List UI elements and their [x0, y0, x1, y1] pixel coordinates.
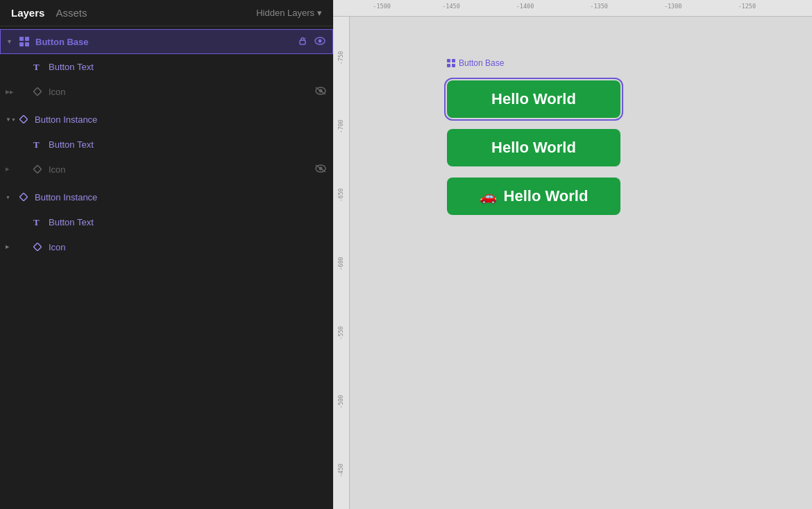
- svg-rect-17: [19, 193, 27, 200]
- layer-name-button-instance-1: Button Instance: [35, 114, 328, 125]
- diamond-instance-icon-1: [17, 115, 31, 123]
- text-icon-2: T: [31, 139, 44, 149]
- canvas-button-1[interactable]: Hello World: [447, 80, 620, 118]
- layer-icon-2-actions: [314, 163, 328, 176]
- eye-slash-icon[interactable]: [314, 85, 328, 98]
- diamond-icon-2: [31, 165, 44, 173]
- svg-rect-19: [33, 243, 41, 250]
- ruler-top: -1500 -1450 -1400 -1350 -1300 -1250: [333, 0, 812, 17]
- canvas-button-1-text: Hello World: [491, 90, 576, 108]
- layer-icon-1[interactable]: ▶ Icon: [0, 79, 333, 104]
- ruler-mark-4: -1350: [590, 3, 608, 10]
- canvas-area: -1500 -1450 -1400 -1350 -1300 -1250 -750…: [333, 0, 812, 509]
- text-icon: T: [31, 62, 44, 71]
- car-icon: 🚗: [480, 188, 497, 205]
- component-icon-canvas: [447, 59, 455, 67]
- ruler-mark-1: -1500: [373, 3, 391, 10]
- component-icon: [17, 37, 31, 46]
- svg-rect-23: [452, 64, 455, 67]
- svg-line-5: [305, 38, 305, 39]
- tab-assets[interactable]: Assets: [56, 7, 87, 19]
- chevron-down-icon-inst1: ▼: [6, 117, 17, 123]
- ruler-left-mark-3: -650: [338, 186, 344, 202]
- canvas-button-3-text: Hello World: [504, 187, 589, 205]
- eye-icon[interactable]: [313, 35, 327, 49]
- canvas-inner: Button Base Hello World Hello World 🚗 He…: [350, 17, 812, 509]
- svg-point-7: [319, 39, 322, 42]
- layer-name-icon-2: Icon: [49, 164, 314, 175]
- layer-button-text-3[interactable]: T Button Text: [0, 209, 333, 234]
- ruler-mark-6: -1250: [738, 3, 756, 10]
- chevron-down-icon: ▼: [6, 38, 17, 45]
- svg-rect-12: [19, 115, 27, 123]
- ruler-left-mark-4: -600: [338, 254, 344, 270]
- svg-rect-20: [447, 59, 450, 62]
- hidden-layers-button[interactable]: Hidden Layers ▾: [256, 8, 322, 18]
- layer-name-button-base: Button Base: [35, 37, 296, 47]
- svg-rect-21: [452, 59, 455, 62]
- panel-header: Layers Assets Hidden Layers ▾: [0, 0, 333, 26]
- layer-button-base[interactable]: ▼ Button Base: [0, 29, 333, 54]
- eye-slash-icon-2[interactable]: [314, 163, 328, 176]
- ruler-left-mark-6: -500: [338, 392, 344, 408]
- layer-button-instance-2[interactable]: ▼ Button Instance: [0, 184, 333, 209]
- layers-list: ▼ Button Base: [0, 26, 333, 509]
- layer-icon-1-actions: [314, 85, 328, 98]
- svg-point-11: [319, 89, 323, 92]
- layer-button-text-2[interactable]: T Button Text: [0, 132, 333, 157]
- layers-panel: Layers Assets Hidden Layers ▾ ▼ Button B…: [0, 0, 333, 509]
- diamond-icon-3: [31, 243, 44, 251]
- canvas-buttons-group: Button Base Hello World Hello World 🚗 He…: [447, 58, 620, 215]
- layer-icon-3[interactable]: ▶ Icon: [0, 234, 333, 259]
- layer-name-icon-1: Icon: [49, 87, 314, 97]
- svg-point-16: [319, 166, 323, 170]
- chevron-right-icon-2: ▶: [6, 166, 17, 172]
- layer-name-button-text-2: Button Text: [49, 139, 328, 150]
- layer-name-button-text-1: Button Text: [49, 62, 328, 72]
- diamond-icon: [31, 87, 44, 96]
- svg-text:T: T: [33, 139, 40, 149]
- layer-name-button-instance-2: Button Instance: [35, 192, 328, 202]
- svg-text:T: T: [33, 217, 40, 227]
- canvas-component-label: Button Base: [459, 58, 504, 68]
- chevron-right-icon: ▶: [6, 89, 17, 95]
- canvas-button-3[interactable]: 🚗 Hello World: [447, 178, 620, 215]
- svg-rect-14: [33, 165, 41, 173]
- ruler-mark-3: -1400: [516, 3, 534, 10]
- svg-rect-3: [25, 42, 29, 46]
- layer-name-button-text-3: Button Text: [49, 217, 328, 227]
- ruler-left-mark-2: -700: [338, 117, 344, 133]
- layer-actions-button-base: [296, 35, 327, 49]
- chevron-down-icon-inst2: ▼: [6, 195, 17, 200]
- svg-rect-1: [25, 37, 29, 41]
- ruler-left-mark-1: -750: [338, 49, 344, 64]
- svg-rect-4: [300, 40, 305, 44]
- text-icon-3: T: [31, 217, 44, 227]
- ruler-left-mark-7: -450: [338, 461, 344, 477]
- canvas-button-2[interactable]: Hello World: [447, 129, 620, 166]
- canvas-button-2-text: Hello World: [491, 139, 576, 157]
- svg-text:T: T: [33, 62, 40, 71]
- lock-icon[interactable]: [296, 35, 309, 49]
- svg-rect-2: [19, 42, 24, 46]
- canvas-content: Button Base Hello World Hello World 🚗 He…: [350, 17, 812, 509]
- layer-name-icon-3: Icon: [49, 242, 328, 252]
- layer-icon-2[interactable]: ▶ Icon: [0, 157, 333, 182]
- ruler-mark-2: -1450: [442, 3, 460, 10]
- ruler-mark-5: -1300: [664, 3, 682, 10]
- ruler-left-mark-5: -550: [338, 324, 344, 340]
- ruler-left: -750 -700 -650 -600 -550 -500 -450: [333, 17, 350, 509]
- component-label: Button Base: [447, 58, 620, 68]
- svg-rect-22: [447, 64, 450, 67]
- svg-rect-9: [33, 87, 41, 95]
- layer-button-text-1[interactable]: T Button Text: [0, 54, 333, 79]
- svg-rect-0: [19, 37, 24, 41]
- tab-layers[interactable]: Layers: [11, 7, 44, 19]
- diamond-instance-icon-2: [17, 193, 31, 201]
- chevron-right-icon-3: ▶: [6, 244, 17, 250]
- layer-button-instance-1[interactable]: ▼ Button Instance: [0, 107, 333, 132]
